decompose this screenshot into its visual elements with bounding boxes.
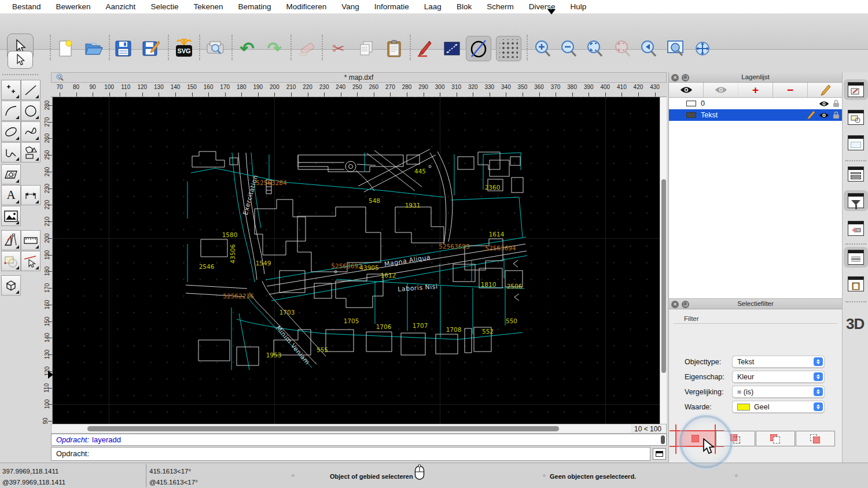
edit-pencil-button[interactable]	[414, 38, 435, 59]
paste-button[interactable]	[384, 38, 404, 59]
eye-icon[interactable]	[819, 101, 829, 107]
toggle-command-panel[interactable]	[844, 247, 868, 268]
vertical-scrollbar[interactable]	[660, 97, 667, 424]
tool-measure[interactable]	[21, 230, 41, 250]
command-history-scrollbar[interactable]	[661, 435, 665, 444]
menu-item-aanzicht[interactable]: Aanzicht	[98, 0, 144, 14]
command-input[interactable]: Opdracht:	[51, 447, 650, 461]
toggle-render-panel[interactable]	[845, 218, 867, 239]
copy-button[interactable]	[356, 38, 377, 59]
menu-item-informatie[interactable]: Informatie	[367, 0, 417, 14]
tool-drafting[interactable]	[1, 230, 21, 250]
3d-mode-label[interactable]: 3D	[846, 315, 864, 333]
vertical-scrollbar-thumb[interactable]	[661, 179, 666, 373]
layer-visible-button[interactable]	[669, 83, 704, 97]
tool-spline[interactable]	[21, 121, 41, 142]
document-title-bar[interactable]: * map.dxf	[51, 72, 667, 83]
menu-item-vang[interactable]: Vang	[334, 0, 367, 14]
zoom-selection-button[interactable]	[612, 38, 633, 59]
zoom-in-button[interactable]	[532, 38, 553, 59]
filter-dropdown-waarde[interactable]: Geel	[732, 401, 825, 413]
tool-palette: A	[0, 72, 42, 488]
close-icon[interactable]: ✕	[671, 74, 679, 82]
open-file-button[interactable]	[83, 38, 104, 59]
tool-3d-box[interactable]	[1, 275, 21, 295]
tool-ellipse[interactable]	[1, 121, 21, 142]
toggle-filter-panel[interactable]	[844, 190, 868, 211]
zoom-window-button[interactable]	[665, 38, 686, 59]
tool-line[interactable]	[21, 80, 41, 100]
filter-dropdown-vergelijking[interactable]: = (is)	[732, 386, 825, 398]
menu-item-bestand[interactable]: Bestand	[5, 0, 49, 14]
tool-polyline[interactable]	[1, 142, 21, 162]
zoom-extents-button[interactable]	[584, 38, 605, 59]
dimension-style-button[interactable]	[442, 38, 462, 59]
lock-icon[interactable]	[833, 111, 840, 119]
layer-row-tekst[interactable]: Tekst	[669, 109, 842, 121]
tool-polygon[interactable]	[21, 142, 41, 162]
filter-intersect-selection-button[interactable]	[796, 431, 835, 446]
filter-dropdown-eigenschap[interactable]: Kleur	[732, 371, 825, 383]
horizontal-scrollbar[interactable]: 10 < 100	[51, 424, 667, 434]
menu-item-blok[interactable]: Blok	[449, 0, 479, 14]
menu-item-scherm[interactable]: Scherm	[479, 0, 521, 14]
tool-trim[interactable]	[21, 251, 41, 271]
tool-hatch[interactable]	[1, 164, 21, 184]
pencil-icon[interactable]	[806, 110, 815, 120]
menu-item-hulp[interactable]: Hulp	[562, 0, 594, 14]
save-button[interactable]	[113, 38, 134, 59]
menu-item-selectie[interactable]: Selectie	[143, 0, 186, 14]
eye-icon[interactable]	[819, 112, 829, 119]
toggle-properties-panel[interactable]	[844, 79, 868, 100]
h-ruler-tick: 80	[73, 84, 79, 90]
menu-item-laag[interactable]: Laag	[417, 0, 449, 14]
select-tool-secondary-button[interactable]	[8, 51, 33, 69]
layer-remove-button[interactable]: −	[773, 83, 808, 97]
erase-button[interactable]	[296, 38, 317, 59]
menu-item-diverse[interactable]: Diverse	[521, 0, 563, 14]
menu-item-tekenen[interactable]: Tekenen	[186, 0, 230, 14]
lock-icon[interactable]	[833, 99, 840, 108]
layer-add-button[interactable]: +	[738, 83, 773, 97]
layer-edit-button[interactable]	[808, 83, 842, 97]
zoom-previous-button[interactable]	[638, 38, 659, 59]
zoom-out-button[interactable]	[558, 38, 579, 59]
toggle-layers-panel[interactable]	[845, 164, 867, 184]
cut-button[interactable]: ✂	[328, 38, 349, 59]
tool-arc[interactable]	[1, 101, 21, 121]
drawing-canvas[interactable]: 4452360548193116141580254615494390516121…	[53, 97, 660, 424]
tool-text[interactable]: A	[1, 185, 21, 205]
toggle-clipboard-panel[interactable]	[845, 273, 867, 294]
tool-circle[interactable]	[21, 101, 41, 121]
export-svg-button[interactable]: SVG	[174, 38, 194, 59]
save-as-button[interactable]	[141, 38, 161, 59]
tool-boolean[interactable]	[1, 251, 21, 271]
menu-item-bewerken[interactable]: Bewerken	[49, 0, 98, 14]
redo-button[interactable]: ↷	[264, 38, 285, 59]
layer-row-0[interactable]: 0	[669, 98, 842, 109]
collapse-icon[interactable]: ❏	[682, 301, 689, 308]
no-fill-toggle[interactable]	[466, 36, 491, 61]
layer-hidden-button[interactable]	[704, 83, 738, 97]
toggle-objects-panel[interactable]	[845, 107, 867, 128]
h-ruler-tick: 70	[56, 84, 62, 90]
tool-dimension[interactable]	[21, 185, 41, 205]
palette-drag-handle[interactable]	[2, 74, 38, 76]
filter-dropdown-objecttype[interactable]: Tekst	[732, 356, 825, 368]
undo-button[interactable]: ↶	[237, 38, 258, 59]
grid-toggle[interactable]	[496, 36, 521, 61]
filter-remove-from-selection-button[interactable]	[756, 431, 795, 446]
toggle-preview-panel[interactable]	[845, 132, 867, 153]
print-preview-button[interactable]	[205, 38, 226, 59]
command-window-button[interactable]	[653, 448, 666, 460]
tool-image[interactable]	[1, 206, 21, 226]
collapse-icon[interactable]: ❏	[682, 74, 689, 82]
clipboard-icon	[387, 40, 402, 57]
tool-points[interactable]	[1, 80, 21, 100]
close-icon[interactable]: ✕	[671, 301, 679, 308]
horizontal-scrollbar-thumb[interactable]	[87, 426, 559, 431]
pan-button[interactable]	[692, 38, 713, 59]
menu-item-modificeren[interactable]: Modificeren	[279, 0, 334, 14]
menu-item-bemating[interactable]: Bemating	[230, 0, 278, 14]
new-file-button[interactable]	[55, 38, 76, 59]
